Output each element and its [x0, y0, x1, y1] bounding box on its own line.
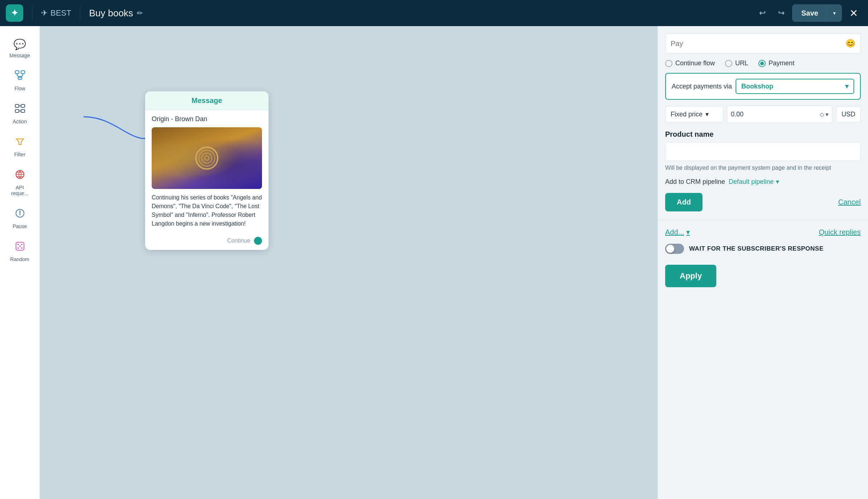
topbar-brand: ✈ BEST — [41, 8, 71, 18]
radio-label-continue-flow: Continue flow — [675, 59, 715, 67]
divider — [658, 220, 868, 220]
sidebar: 💬 Message Flow — [0, 26, 40, 499]
sidebar-item-pause[interactable]: Pause — [4, 203, 36, 234]
product-name-section-label: Product name — [665, 130, 861, 139]
pay-input[interactable] — [671, 40, 846, 48]
toggle-knob — [666, 245, 674, 253]
message-card-title: Origin - Brown Dan — [152, 115, 262, 123]
bookshop-select[interactable]: Bookshop ▾ — [736, 79, 854, 94]
add-more-label: Add... — [665, 228, 684, 236]
svg-rect-9 — [15, 110, 19, 112]
sidebar-item-message[interactable]: 💬 Message — [4, 33, 36, 63]
sidebar-item-label-random: Random — [10, 256, 29, 262]
right-panel: 😊 Continue flow URL Payment Accept payme… — [658, 26, 868, 499]
currency-chevron-icon: ▾ — [826, 111, 828, 118]
flow-icon — [15, 70, 25, 83]
sidebar-item-label-api: API reque... — [7, 185, 33, 196]
price-input[interactable] — [731, 111, 820, 118]
topbar-actions: ↩ ↪ Save ▾ ✕ — [754, 4, 862, 22]
svg-point-24 — [21, 247, 22, 249]
price-type-select[interactable]: Fixed price ▾ — [665, 106, 723, 122]
radio-circle-payment — [758, 60, 766, 67]
sidebar-item-label-filter: Filter — [14, 152, 25, 157]
sidebar-item-label-flow: Flow — [15, 86, 25, 91]
api-icon — [15, 169, 25, 182]
accept-label: Accept payments via — [672, 83, 732, 90]
svg-point-21 — [17, 244, 19, 245]
topbar-separator-2 — [80, 6, 80, 20]
price-currency-button[interactable]: ◇ ▾ — [820, 111, 828, 118]
radio-circle-url — [725, 60, 732, 67]
radio-url[interactable]: URL — [725, 59, 748, 67]
bookshop-label: Bookshop — [741, 83, 773, 90]
svg-rect-7 — [15, 104, 19, 107]
svg-rect-0 — [15, 71, 19, 74]
price-row: Fixed price ▾ ◇ ▾ USD — [665, 106, 861, 123]
crm-pipeline-chevron-icon: ▾ — [776, 178, 779, 186]
radio-circle-continue-flow — [665, 60, 672, 67]
sidebar-item-random[interactable]: Random — [4, 236, 36, 267]
svg-point-19 — [19, 214, 20, 215]
accept-payments-row: Accept payments via Bookshop ▾ — [672, 79, 854, 94]
wait-row: WAIT FOR THE SUBSCRIBER'S RESPONSE — [665, 244, 861, 254]
sidebar-item-label-pause: Pause — [13, 223, 27, 229]
action-row: Add Cancel — [665, 193, 861, 211]
price-type-chevron-icon: ▾ — [705, 110, 709, 118]
sidebar-item-flow[interactable]: Flow — [4, 65, 36, 96]
svg-point-23 — [17, 247, 19, 249]
svg-rect-10 — [21, 110, 25, 112]
price-type-label: Fixed price — [671, 111, 703, 118]
message-card-image-inner — [152, 127, 262, 189]
svg-point-22 — [21, 244, 22, 245]
svg-rect-1 — [21, 71, 25, 74]
edit-icon[interactable]: ✏ — [137, 9, 143, 17]
sidebar-item-filter[interactable]: Filter — [4, 131, 36, 162]
radio-label-payment: Payment — [769, 59, 794, 67]
add-button[interactable]: Add — [665, 193, 703, 211]
action-icon — [15, 103, 25, 116]
sidebar-item-label-action: Action — [13, 119, 27, 124]
canvas[interactable]: Message Origin - Brown Dan Continuing hi… — [40, 26, 658, 499]
brand-name: BEST — [50, 8, 71, 18]
message-card-image — [152, 127, 262, 189]
send-icon: ✈ — [41, 8, 48, 18]
crm-row: Add to CRM pipeline Default pipeline ▾ — [665, 178, 861, 186]
add-more-chevron-icon: ▾ — [686, 228, 690, 236]
add-more-button[interactable]: Add... ▾ — [665, 228, 690, 236]
close-button[interactable]: ✕ — [845, 4, 862, 22]
radio-payment[interactable]: Payment — [758, 59, 794, 67]
quick-replies-button[interactable]: Quick replies — [819, 228, 861, 236]
crm-label: Add to CRM pipeline — [665, 178, 725, 186]
crm-pipeline-select[interactable]: Default pipeline ▾ — [729, 178, 779, 186]
wait-label: WAIT FOR THE SUBSCRIBER'S RESPONSE — [689, 245, 824, 252]
main-layout: 💬 Message Flow — [0, 26, 868, 499]
random-icon — [15, 241, 25, 254]
currency-display: USD — [836, 107, 861, 122]
filter-icon — [15, 136, 25, 149]
undo-button[interactable]: ↩ — [754, 5, 770, 21]
save-dropdown-button[interactable]: ▾ — [827, 5, 842, 21]
message-icon: 💬 — [13, 38, 26, 50]
message-card-header-text: Message — [192, 96, 222, 104]
cancel-button[interactable]: Cancel — [838, 198, 861, 206]
product-name-input[interactable] — [665, 142, 861, 161]
currency-icon: ◇ — [820, 111, 824, 118]
page-title-area: Buy books ✏ — [89, 8, 143, 19]
save-button-group: Save ▾ — [792, 4, 842, 22]
sidebar-item-action[interactable]: Action — [4, 98, 36, 129]
save-button[interactable]: Save — [793, 5, 827, 21]
svg-rect-8 — [21, 104, 25, 107]
redo-button[interactable]: ↪ — [773, 5, 789, 21]
radio-continue-flow[interactable]: Continue flow — [665, 59, 715, 67]
sidebar-item-api[interactable]: API reque... — [4, 164, 36, 201]
emoji-button[interactable]: 😊 — [846, 39, 855, 48]
continue-dot[interactable] — [254, 237, 262, 245]
product-name-hint: Will be displayed on the payment system … — [665, 164, 861, 172]
wait-toggle[interactable] — [665, 244, 684, 254]
message-card-header: Message — [145, 91, 269, 110]
accept-payments-box: Accept payments via Bookshop ▾ — [665, 73, 861, 100]
apply-button[interactable]: Apply — [665, 265, 716, 287]
message-card-footer: Continue — [145, 233, 269, 250]
sidebar-item-label-message: Message — [9, 53, 30, 58]
message-card-text: Continuing his series of books "Angels a… — [152, 193, 262, 228]
